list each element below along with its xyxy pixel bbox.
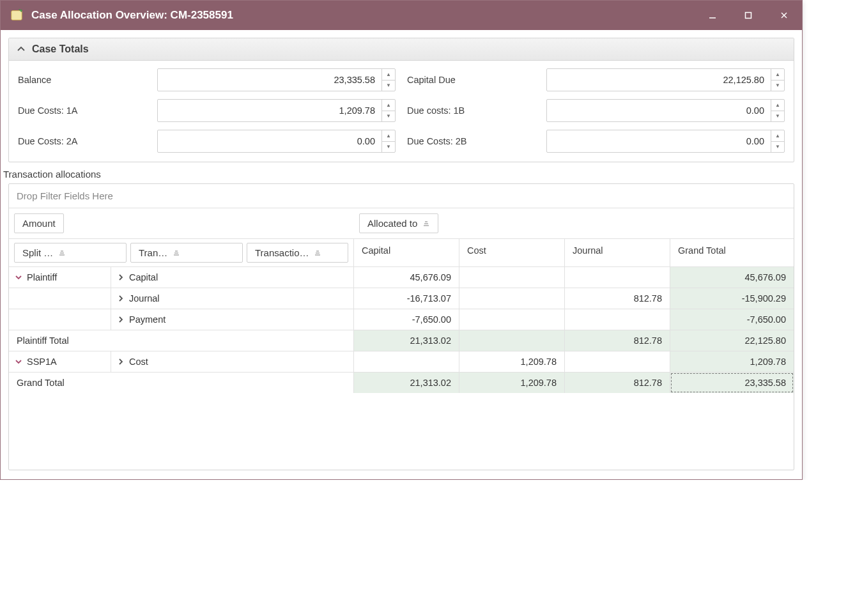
data-cell[interactable] [459, 330, 565, 351]
due-costs-2a-input[interactable]: 0.00 ▲▼ [157, 130, 396, 153]
row-subgroup-label: Payment [129, 314, 166, 325]
pivot-filter-drop-area[interactable]: Drop Filter Fields Here [9, 184, 794, 208]
due-costs-2b-input[interactable]: 0.00 ▲▼ [546, 130, 785, 153]
subtotal-row: Plaintiff Total21,313.02812.7822,125.80 [9, 330, 794, 351]
sort-icon [422, 220, 430, 227]
app-icon [10, 8, 24, 22]
sort-icon [173, 249, 180, 257]
pivot-grid: Drop Filter Fields Here Amount Allocated… [8, 183, 794, 470]
row-field-chip-tran[interactable]: Tran… [130, 243, 243, 263]
sort-icon [314, 249, 321, 257]
data-cell[interactable]: 21,313.02 [354, 330, 459, 351]
data-cell[interactable]: -7,650.00 [670, 309, 794, 330]
chevron-down-icon[interactable] [15, 274, 22, 281]
chevron-right-icon[interactable] [118, 295, 124, 302]
row-group-label: Plaintiff [27, 272, 57, 282]
data-cell[interactable]: 1,209.78 [670, 351, 794, 372]
data-cell[interactable]: -15,900.29 [670, 288, 794, 309]
col-header-cost[interactable]: Cost [459, 239, 565, 266]
chevron-down-icon[interactable] [15, 358, 22, 365]
data-cell[interactable]: 812.78 [565, 373, 670, 393]
row-subgroup-toggle[interactable]: Capital [111, 267, 353, 288]
row-subgroup-toggle[interactable]: Cost [111, 351, 353, 372]
row-subgroup-toggle[interactable]: Payment [111, 309, 353, 330]
pivot-field-area-top: Amount Allocated to [9, 208, 794, 239]
col-header-journal[interactable]: Journal [565, 239, 670, 266]
close-button[interactable] [766, 1, 802, 30]
subtotal-label: Plaintiff Total [9, 330, 354, 351]
data-cell[interactable] [565, 351, 670, 372]
svg-rect-0 [12, 11, 22, 20]
col-header-grand-total[interactable]: Grand Total [670, 239, 794, 266]
case-totals-toggle[interactable]: Case Totals [9, 38, 794, 61]
row-field-chip-transaction[interactable]: Transactio… [247, 243, 348, 263]
table-row: PlaintiffCapital45,676.0945,676.09 [9, 267, 794, 288]
window-title: Case Allocation Overview: CM-2358591 [31, 9, 233, 22]
data-cell[interactable] [565, 309, 670, 330]
row-group-toggle[interactable]: Plaintiff [9, 267, 111, 288]
window-controls [695, 1, 802, 30]
panel-title: Case Totals [32, 43, 89, 55]
chip-label: Transactio… [255, 247, 309, 258]
spinner-icon[interactable]: ▲▼ [381, 100, 395, 121]
table-row: Journal-16,713.07812.78-15,900.29 [9, 288, 794, 309]
column-field-chip[interactable]: Allocated to [359, 213, 438, 233]
sort-icon [58, 249, 66, 257]
row-subgroup-label: Journal [129, 293, 160, 304]
data-cell[interactable]: 1,209.78 [459, 373, 565, 393]
chevron-right-icon[interactable] [118, 358, 124, 365]
data-cell[interactable] [459, 309, 565, 330]
data-cell[interactable]: 45,676.09 [354, 267, 459, 288]
chip-label: Tran… [139, 247, 167, 258]
balance-label: Balance [18, 75, 146, 85]
chip-label: Allocated to [367, 218, 417, 229]
app-window: Case Allocation Overview: CM-2358591 Cas… [0, 0, 803, 480]
data-cell[interactable] [565, 267, 670, 288]
data-cell[interactable]: 812.78 [565, 330, 670, 351]
maximize-button[interactable] [730, 1, 766, 30]
chevron-right-icon[interactable] [118, 274, 124, 281]
data-cell[interactable]: 21,313.02 [354, 373, 459, 393]
pivot-body: PlaintiffCapital45,676.0945,676.09Journa… [9, 267, 794, 393]
capital-due-label: Capital Due [407, 75, 535, 85]
row-subgroup-toggle[interactable]: Journal [111, 288, 353, 309]
data-cell[interactable]: 1,209.78 [459, 351, 565, 372]
data-cell[interactable]: 812.78 [565, 288, 670, 309]
due-costs-1a-input[interactable]: 1,209.78 ▲▼ [157, 99, 396, 122]
chip-label: Amount [22, 218, 56, 229]
table-row: SSP1ACost1,209.781,209.78 [9, 351, 794, 373]
minimize-button[interactable] [695, 1, 730, 30]
due-costs-1a-value: 1,209.78 [158, 100, 381, 121]
spinner-icon[interactable]: ▲▼ [771, 100, 784, 121]
chevron-right-icon[interactable] [118, 316, 124, 323]
row-subgroup-label: Cost [129, 357, 148, 367]
svg-rect-3 [746, 13, 751, 19]
spinner-icon[interactable]: ▲▼ [771, 130, 784, 152]
spinner-icon[interactable]: ▲▼ [381, 130, 395, 152]
data-cell[interactable]: 45,676.09 [670, 267, 794, 288]
data-cell[interactable]: -7,650.00 [354, 309, 459, 330]
row-field-chip-split[interactable]: Split … [14, 243, 127, 263]
data-field-chip[interactable]: Amount [14, 213, 64, 233]
capital-due-input[interactable]: 22,125.80 ▲▼ [546, 68, 785, 91]
pivot-header-row: Split … Tran… Transactio… Capital Cost J… [9, 239, 794, 267]
balance-input[interactable]: 23,335.58 ▲▼ [157, 68, 396, 91]
pivot-empty-area [9, 393, 794, 470]
grand-total-label: Grand Total [9, 373, 354, 393]
table-row: Payment-7,650.00-7,650.00 [9, 309, 794, 330]
spinner-icon[interactable]: ▲▼ [381, 69, 395, 91]
data-cell[interactable]: -16,713.07 [354, 288, 459, 309]
data-cell[interactable] [459, 288, 565, 309]
data-cell[interactable]: 23,335.58 [670, 373, 794, 393]
data-cell[interactable] [459, 267, 565, 288]
row-group-toggle[interactable]: SSP1A [9, 351, 111, 372]
due-costs-1b-label: Due costs: 1B [407, 105, 535, 116]
chip-label: Split … [22, 247, 53, 258]
row-group-label: SSP1A [27, 357, 57, 367]
spinner-icon[interactable]: ▲▼ [771, 69, 784, 91]
col-header-capital[interactable]: Capital [354, 239, 459, 266]
data-cell[interactable] [354, 351, 459, 372]
due-costs-1b-input[interactable]: 0.00 ▲▼ [546, 99, 785, 122]
data-cell[interactable]: 22,125.80 [670, 330, 794, 351]
titlebar: Case Allocation Overview: CM-2358591 [1, 1, 802, 30]
